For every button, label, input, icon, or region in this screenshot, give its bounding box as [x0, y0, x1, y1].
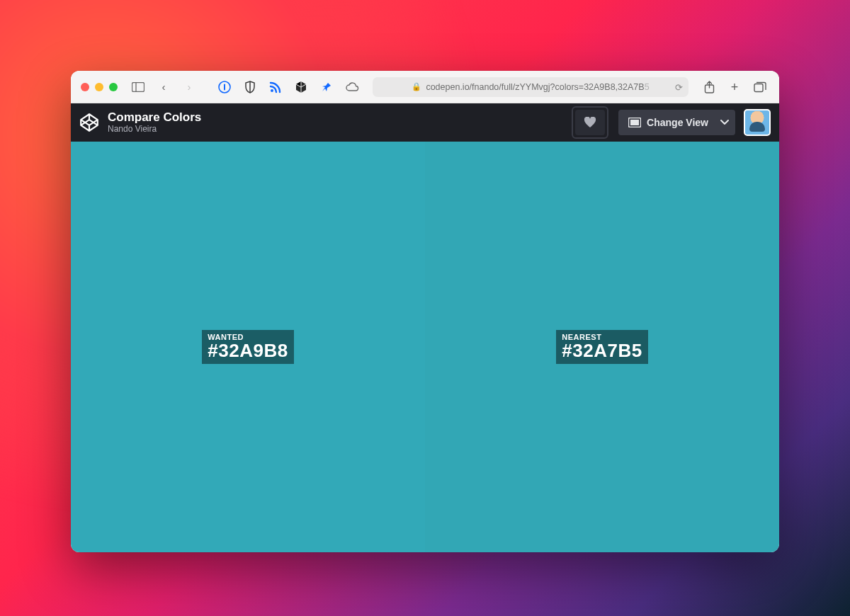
- svg-rect-3: [224, 84, 225, 90]
- nearest-hex: #32A7B5: [562, 340, 642, 361]
- pin-extension-icon[interactable]: [317, 78, 336, 96]
- svg-rect-6: [754, 84, 763, 91]
- lock-icon: 🔒: [412, 82, 421, 91]
- wanted-hex: #32A9B8: [208, 340, 288, 361]
- safari-window: ‹ › 🔒 codepen.io/fnando/full/zYYMvgj?col…: [71, 71, 779, 552]
- back-button[interactable]: ‹: [154, 78, 173, 96]
- sidebar-toggle-button[interactable]: [129, 78, 147, 96]
- cloud-extension-icon[interactable]: [343, 78, 361, 96]
- layout-icon: [628, 118, 641, 127]
- rss-extension-icon[interactable]: [266, 78, 285, 96]
- forward-button[interactable]: ›: [180, 78, 198, 96]
- like-button[interactable]: [575, 110, 605, 135]
- new-tab-button[interactable]: +: [725, 78, 744, 96]
- color-swatch-nearest: NEAREST #32A7B5: [425, 142, 779, 552]
- svg-rect-0: [132, 82, 144, 91]
- onepassword-extension-icon[interactable]: [215, 78, 234, 96]
- pen-author[interactable]: Nando Vieira: [108, 125, 201, 135]
- color-badge-nearest: NEAREST #32A7B5: [556, 330, 647, 364]
- reload-button[interactable]: ⟳: [675, 81, 683, 92]
- minimize-window-button[interactable]: [95, 83, 103, 91]
- cube-extension-icon[interactable]: [292, 78, 310, 96]
- heart-icon: [584, 117, 596, 128]
- zoom-window-button[interactable]: [109, 83, 118, 91]
- user-avatar[interactable]: [744, 109, 771, 136]
- codepen-logo-icon[interactable]: [79, 113, 99, 132]
- svg-point-4: [271, 89, 273, 92]
- pen-title: Compare Colors: [108, 110, 201, 125]
- shield-extension-icon[interactable]: [241, 78, 259, 96]
- color-swatch-wanted: WANTED #32A9B8: [71, 142, 425, 552]
- address-bar-url: codepen.io/fnando/full/zYYMvgj?colors=32…: [426, 82, 649, 92]
- share-button[interactable]: [700, 78, 718, 96]
- pen-title-block: Compare Colors Nando Vieira: [108, 110, 201, 134]
- pen-output: WANTED #32A9B8 NEAREST #32A7B5: [71, 142, 779, 552]
- like-button-wrap: [572, 106, 608, 139]
- change-view-label: Change View: [647, 117, 708, 128]
- change-view-menu-button[interactable]: [714, 110, 735, 135]
- window-traffic-lights: [81, 83, 118, 91]
- svg-rect-8: [630, 120, 639, 125]
- chevron-down-icon: [720, 120, 729, 125]
- codepen-header: Compare Colors Nando Vieira Change View: [71, 103, 779, 142]
- safari-toolbar: ‹ › 🔒 codepen.io/fnando/full/zYYMvgj?col…: [71, 71, 779, 103]
- color-badge-wanted: WANTED #32A9B8: [202, 330, 293, 364]
- close-window-button[interactable]: [81, 83, 89, 91]
- tab-overview-button[interactable]: [751, 78, 769, 96]
- address-bar[interactable]: 🔒 codepen.io/fnando/full/zYYMvgj?colors=…: [373, 77, 688, 97]
- change-view-button[interactable]: Change View: [618, 110, 718, 135]
